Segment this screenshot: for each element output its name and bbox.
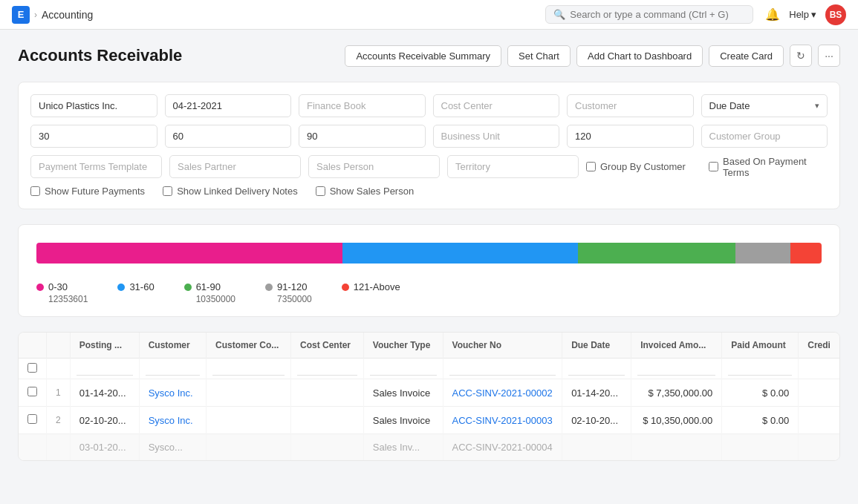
company-filter[interactable]: [30, 94, 157, 117]
sales-partner-filter[interactable]: [169, 155, 301, 178]
group-by-customer-label[interactable]: Group By Customer: [586, 155, 701, 178]
select-all-checkbox[interactable]: [27, 363, 37, 373]
filter-customer-table[interactable]: [146, 361, 200, 376]
search-bar[interactable]: 🔍: [545, 5, 753, 24]
more-options-button[interactable]: ···: [818, 45, 840, 67]
set-chart-button[interactable]: Set Chart: [507, 45, 571, 67]
table-row: 2 02-10-20... Sysco Inc. Sales Invoice A…: [19, 407, 839, 434]
col-customer-co[interactable]: Customer Co...: [206, 333, 290, 359]
filter-row-1: Due Date ▾: [30, 94, 828, 117]
customer-filter[interactable]: [567, 94, 694, 117]
page-actions: Accounts Receivable Summary Set Chart Ad…: [345, 45, 840, 67]
table-row: 03-01-20... Sysco... Sales Inv... ACC-SI…: [19, 434, 839, 461]
filter-customer-co[interactable]: [212, 361, 285, 376]
row-1-voucher-type: Sales Invoice: [363, 379, 443, 407]
col-customer[interactable]: Customer: [139, 333, 206, 359]
accounts-receivable-summary-button[interactable]: Accounts Receivable Summary: [345, 45, 501, 67]
create-card-button[interactable]: Create Card: [709, 45, 784, 67]
legend-dot: [265, 284, 273, 291]
row-2-cost-center: [290, 407, 363, 434]
linked-delivery-label[interactable]: Show Linked Delivery Notes: [163, 186, 298, 197]
territory-filter[interactable]: [447, 155, 579, 178]
row-1-checkbox[interactable]: [27, 387, 37, 396]
table-row: 1 01-14-20... Sysco Inc. Sales Invoice A…: [19, 379, 839, 407]
due-date-filter[interactable]: Due Date ▾: [701, 94, 828, 117]
row-3-voucher-type: Sales Inv...: [363, 434, 443, 461]
col-posting-date[interactable]: Posting ...: [70, 333, 139, 359]
refresh-button[interactable]: ↻: [790, 45, 812, 67]
col-invoiced-amount[interactable]: Invoiced Amo...: [631, 333, 722, 359]
filter-due-date-table[interactable]: [568, 361, 625, 376]
row-2-posting-date: 02-10-20...: [70, 407, 139, 434]
customer-group-filter[interactable]: [701, 125, 828, 148]
row-1-invoiced-amount: $ 7,350,000.00: [631, 379, 722, 407]
legend-dot: [184, 284, 192, 291]
filter-cost-center-table[interactable]: [297, 361, 357, 376]
user-avatar[interactable]: BS: [825, 4, 846, 25]
legend-item-61-90: 61-90 10350000: [184, 281, 235, 304]
main-content: Accounts Receivable Accounts Receivable …: [0, 30, 858, 476]
based-on-payment-label[interactable]: Based On Payment Terms: [709, 155, 828, 178]
linked-delivery-checkbox[interactable]: [163, 186, 172, 196]
row-3-due-date: [562, 434, 631, 461]
row-3-customer: Sysco...: [139, 434, 206, 461]
page-header: Accounts Receivable Accounts Receivable …: [18, 45, 840, 67]
dropdown-icon: ▾: [815, 101, 819, 111]
col-paid-amount[interactable]: Paid Amount: [722, 333, 799, 359]
aging-30-filter[interactable]: [30, 125, 157, 148]
aging-120-filter[interactable]: [567, 125, 694, 148]
add-chart-button[interactable]: Add Chart to Dashboard: [576, 45, 703, 67]
finance-book-filter[interactable]: [299, 94, 426, 117]
legend-label-text: 31-60: [129, 281, 154, 292]
bar-segment-121-above: [790, 243, 822, 264]
row-1-credit: [799, 379, 839, 407]
row-1-customer[interactable]: Sysco Inc.: [139, 379, 206, 407]
legend-label-text: 61-90: [196, 281, 221, 292]
payment-terms-filter[interactable]: [30, 155, 162, 178]
legend-item-121-above: 121-Above: [342, 281, 400, 304]
future-payments-label[interactable]: Show Future Payments: [30, 186, 145, 197]
chevron-down-icon: ▾: [811, 9, 816, 20]
row-2-checkbox[interactable]: [27, 414, 37, 424]
group-by-customer-checkbox[interactable]: [586, 162, 596, 171]
search-icon: 🔍: [553, 9, 565, 20]
sales-person-filter[interactable]: [308, 155, 440, 178]
future-payments-checkbox[interactable]: [30, 186, 40, 196]
filter-voucher-no[interactable]: [449, 361, 556, 376]
col-due-date[interactable]: Due Date: [562, 333, 631, 359]
filter-voucher-type[interactable]: [370, 361, 437, 376]
posting-date-filter[interactable]: [165, 94, 292, 117]
breadcrumb-accounting[interactable]: Accounting: [42, 9, 93, 21]
row-3-invoiced-amount: [631, 434, 722, 461]
help-button[interactable]: Help ▾: [789, 9, 816, 20]
row-1-num: 1: [47, 379, 71, 407]
legend-label-text: 0-30: [48, 281, 68, 292]
based-on-payment-checkbox[interactable]: [709, 162, 718, 171]
cost-center-filter[interactable]: [433, 94, 560, 117]
show-sales-person-label[interactable]: Show Sales Person: [316, 186, 414, 197]
filter-posting-date[interactable]: [77, 361, 133, 376]
legend-value: 12353601: [48, 294, 88, 304]
app-logo: E: [12, 6, 30, 24]
legend-label-text: 121-Above: [354, 281, 400, 292]
filters-card: Due Date ▾ Group By Customer: [18, 82, 840, 209]
show-sales-person-checkbox[interactable]: [316, 186, 325, 196]
notification-bell-icon[interactable]: 🔔: [765, 7, 780, 22]
aging-60-filter[interactable]: [165, 125, 292, 148]
aging-90-filter[interactable]: [299, 125, 426, 148]
col-voucher-no[interactable]: Voucher No: [443, 333, 562, 359]
search-input[interactable]: [570, 9, 745, 20]
row-2-voucher-no[interactable]: ACC-SINV-2021-00003: [443, 407, 562, 434]
col-credit[interactable]: Credi: [799, 333, 839, 359]
business-unit-filter[interactable]: [433, 125, 560, 148]
filter-paid-amount[interactable]: [728, 361, 792, 376]
col-voucher-type[interactable]: Voucher Type: [363, 333, 443, 359]
row-3-paid-amount: [722, 434, 799, 461]
row-2-customer[interactable]: Sysco Inc.: [139, 407, 206, 434]
col-cost-center[interactable]: Cost Center: [290, 333, 363, 359]
table-filter-row: [19, 359, 839, 379]
col-num: [47, 333, 71, 359]
row-1-due-date: 01-14-20...: [562, 379, 631, 407]
row-1-voucher-no[interactable]: ACC-SINV-2021-00002: [443, 379, 562, 407]
filter-invoiced-amount[interactable]: [637, 361, 715, 376]
